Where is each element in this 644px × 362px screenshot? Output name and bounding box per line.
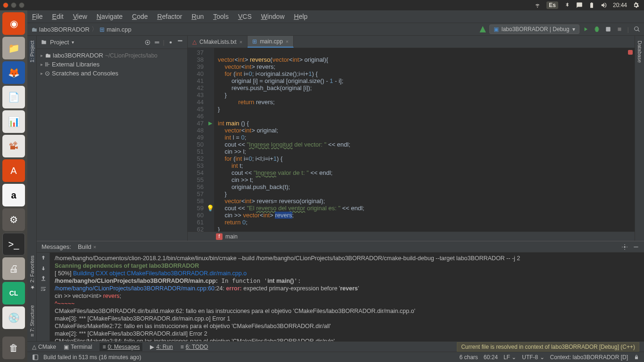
launcher-calc[interactable]: 📊 [2, 110, 25, 133]
messaging-icon[interactable] [576, 2, 583, 8]
menu-code[interactable]: Code [132, 13, 148, 20]
stop-icon[interactable] [616, 26, 623, 33]
tree-item[interactable]: ▸ ⊪ External Libraries [37, 60, 187, 69]
project-icon [41, 39, 47, 46]
launcher-terminal[interactable]: >_ [2, 233, 25, 255]
collapse-icon[interactable] [154, 39, 160, 46]
menu-view[interactable]: View [73, 13, 87, 20]
build-status-message[interactable]: Build failed in 513 ms (16 minutes ago) [43, 354, 141, 361]
editor-tab[interactable]: △CMakeLists.txt× [188, 36, 248, 48]
breadcrumb-file[interactable]: main.cpp [107, 26, 132, 33]
build-icon[interactable] [479, 25, 487, 33]
launcher-clion[interactable]: CL [2, 282, 25, 304]
context-notification[interactable]: Current file is resolved in context of l… [457, 342, 639, 352]
tree-item[interactable]: ▸ ⊙ Scratches and Consoles [37, 69, 187, 78]
todo-tab[interactable]: ≡ 6: TODO [181, 344, 208, 350]
line-separator[interactable]: LF ⌄ [504, 354, 516, 361]
launcher-settings[interactable]: ⚙ [2, 208, 25, 231]
lock-icon[interactable] [634, 354, 639, 360]
editor: △CMakeLists.txt×⊞main.cpp× 3738394041424… [188, 36, 635, 241]
tree-item[interactable]: ▸ 🖿 labo3BORRADOR ~/CLionProjects/labo [37, 51, 187, 60]
close-icon[interactable]: × [286, 39, 289, 44]
menu-vcs[interactable]: VCS [238, 13, 252, 20]
project-title[interactable]: Project [50, 39, 69, 46]
up-arrow-icon[interactable] [40, 255, 47, 261]
launcher-printer[interactable]: 🖨 [2, 257, 25, 280]
clock[interactable]: 20:44 [613, 2, 627, 8]
bluetooth-icon[interactable] [564, 2, 570, 8]
chevron-down-icon[interactable]: ▾ [72, 40, 74, 45]
menu-edit[interactable]: Edit [52, 13, 64, 20]
messages-output[interactable]: /home/bangho/Documentos/clion-2018.2.1/b… [50, 253, 644, 347]
caret-position[interactable]: 60:24 [484, 354, 498, 361]
project-header: Project ▾ | [37, 36, 187, 49]
project-tool-tab[interactable]: 1: Project [29, 41, 35, 62]
hide-icon[interactable] [177, 39, 183, 46]
editor-breadcrumb-symbol[interactable]: main [225, 233, 238, 240]
editor-tab[interactable]: ⊞main.cpp× [248, 36, 294, 48]
menu-run[interactable]: Run [192, 13, 204, 20]
project-tree[interactable]: ▸ 🖿 labo3BORRADOR ~/CLionProjects/labo▸ … [37, 49, 187, 80]
toolwindow-toggle-icon[interactable] [32, 354, 39, 361]
gear-icon[interactable] [621, 244, 628, 250]
bottom-tool-tabs: △ CMake ▣ Terminal ≡ 0: Messages ▶ 4: Ru… [27, 341, 644, 352]
database-tool-tab[interactable]: Database [637, 41, 643, 63]
cmake-tab[interactable]: △ CMake [32, 344, 56, 350]
close-icon[interactable]: × [239, 39, 242, 45]
search-icon[interactable] [634, 26, 640, 33]
window-minimize-button[interactable] [11, 2, 17, 8]
statusbar: Build failed in 513 ms (16 minutes ago) … [27, 352, 644, 362]
menu-navigate[interactable]: Navigate [97, 13, 123, 20]
run-icon[interactable] [582, 26, 589, 33]
config-square-icon: ▣ [494, 26, 499, 33]
settings-gear-icon[interactable] [633, 2, 639, 8]
volume-icon[interactable] [601, 2, 607, 8]
structure-tool-tab[interactable]: ≡ 7: Structure [29, 305, 35, 337]
wifi-icon[interactable] [534, 2, 541, 8]
launcher-devices[interactable]: 💿 [2, 306, 25, 329]
error-stripe-icon[interactable] [628, 50, 633, 55]
terminal-tab[interactable]: ▣ Terminal [64, 344, 92, 350]
down-arrow-icon[interactable] [40, 265, 47, 272]
menu-help[interactable]: Help [294, 13, 308, 20]
debug-icon[interactable] [594, 26, 600, 33]
function-badge-icon: f [216, 233, 223, 240]
launcher-trash[interactable]: 🗑 [2, 337, 25, 359]
launcher-writer[interactable]: 📄 [2, 86, 25, 108]
code-area[interactable]: vector<int> reverso(vector<int> original… [214, 48, 635, 231]
context-info[interactable]: Context: labo3BORRADOR [D] [550, 354, 628, 361]
unity-launcher: ◉ 📁 🦊 📄 📊 📽 A a ⚙ >_ 🖨 CL 💿 🗑 [0, 10, 27, 362]
svg-point-3 [147, 41, 149, 43]
launcher-impress[interactable]: 📽 [2, 135, 25, 157]
launcher-dash[interactable]: ◉ [2, 12, 25, 35]
editor-content[interactable]: 3738394041424344454647484950515253545556… [188, 48, 635, 231]
launcher-files[interactable]: 📁 [2, 37, 25, 59]
close-icon[interactable]: × [93, 244, 96, 250]
export-icon[interactable] [40, 275, 47, 282]
coverage-icon[interactable] [605, 26, 611, 33]
launcher-amazon[interactable]: a [2, 184, 25, 206]
menu-refactor[interactable]: Refactor [157, 13, 182, 20]
svg-point-4 [624, 246, 626, 248]
launcher-firefox[interactable]: 🦊 [2, 61, 25, 84]
encoding[interactable]: UTF-8 ⌄ [522, 354, 544, 361]
messages-label: Messages: [41, 243, 71, 250]
soft-wrap-icon[interactable] [40, 286, 47, 292]
language-indicator[interactable]: Es [546, 1, 558, 9]
menu-tools[interactable]: Tools [213, 13, 229, 20]
menu-window[interactable]: Window [261, 13, 285, 20]
target-icon[interactable] [144, 39, 151, 46]
messages-tab-build[interactable]: Build × [78, 243, 96, 250]
battery-icon[interactable] [588, 2, 595, 8]
window-close-button[interactable] [3, 2, 8, 8]
messages-tab[interactable]: ≡ 0: Messages [99, 343, 142, 351]
breadcrumb-project[interactable]: labo3BORRADOR [39, 26, 90, 33]
run-configuration-dropdown[interactable]: ▣ labo3BORRADOR | Debug ▾ [489, 25, 579, 34]
favorites-tool-tab[interactable]: ★ 2: Favorites [29, 255, 35, 290]
hide-icon[interactable] [633, 244, 639, 250]
launcher-software[interactable]: A [2, 159, 25, 182]
run-tab[interactable]: ▶ 4: Run [150, 344, 173, 350]
menu-file[interactable]: File [32, 13, 43, 20]
window-maximize-button[interactable] [19, 2, 25, 8]
gear-icon[interactable] [167, 39, 174, 46]
